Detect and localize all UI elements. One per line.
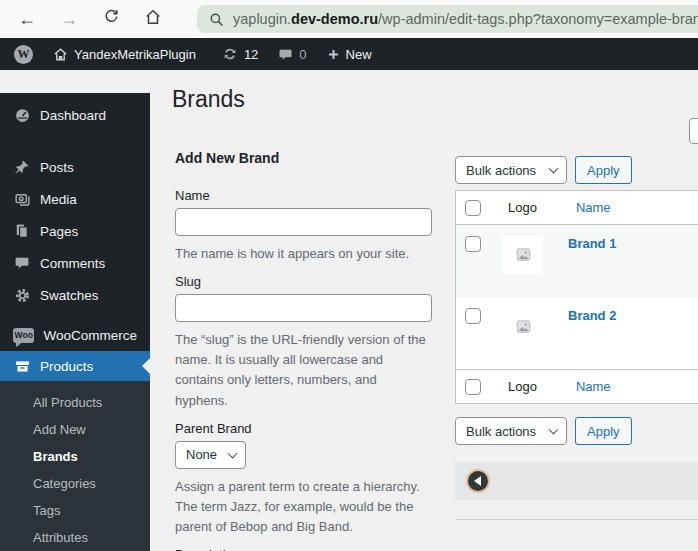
comments-menu[interactable]: 0: [268, 38, 316, 70]
site-name-menu[interactable]: YandexMetrikaPlugin: [43, 38, 206, 70]
name-field: Name The name is how it appears on your …: [175, 188, 432, 264]
parent-brand-field: Parent Brand None Assign a parent term t…: [175, 421, 432, 537]
logo-cell: [503, 308, 543, 345]
submenu-item-categories[interactable]: Categories: [0, 470, 150, 497]
chevron-down-icon: [228, 448, 238, 458]
browser-refresh-button[interactable]: [96, 4, 126, 34]
updates-count: 12: [244, 47, 258, 62]
media-camera-icon: [13, 190, 31, 208]
bulk-actions-select-top[interactable]: Bulk actions: [455, 156, 567, 184]
image-placeholder-icon: [516, 319, 531, 334]
description-field: Description: [175, 547, 432, 551]
name-input[interactable]: [175, 208, 432, 236]
apply-button-bottom[interactable]: Apply: [575, 417, 632, 445]
brands-table: Logo Name Brand 1: [455, 190, 698, 404]
brand-name-link[interactable]: Brand 1: [568, 236, 616, 251]
form-title: Add New Brand: [175, 150, 432, 166]
bulk-actions-value: Bulk actions: [466, 424, 536, 439]
submenu-item-tags[interactable]: Tags: [0, 497, 150, 524]
table-row: Brand 2: [456, 297, 698, 369]
sidebar-item-swatches[interactable]: Swatches: [0, 279, 150, 311]
sidebar-item-dashboard[interactable]: Dashboard: [0, 99, 150, 131]
name-label: Name: [175, 188, 432, 203]
sidebar-item-products[interactable]: Products: [0, 351, 150, 381]
chevron-down-icon: [549, 425, 559, 435]
table-header-row: Logo Name: [456, 191, 698, 225]
pages-icon: [13, 222, 31, 240]
site-name-label: YandexMetrikaPlugin: [74, 47, 196, 62]
bulk-actions-row-top: Bulk actions Apply: [455, 156, 632, 184]
submenu-item-all-products[interactable]: All Products: [0, 389, 150, 416]
parent-brand-value: None: [186, 447, 217, 462]
sidebar-item-label: Swatches: [40, 288, 99, 303]
sidebar-item-media[interactable]: Media: [0, 183, 150, 215]
page-title: Brands: [172, 86, 245, 113]
prev-arrow-button[interactable]: [468, 471, 488, 491]
name-column-header[interactable]: Name: [576, 200, 611, 215]
wordpress-logo-icon: W: [14, 45, 33, 64]
parent-brand-select[interactable]: None: [175, 441, 246, 469]
table-footer-row: Logo Name: [456, 369, 698, 403]
sidebar-item-label: Products: [40, 359, 93, 374]
current-menu-arrow: [142, 358, 150, 374]
bulk-actions-select-bottom[interactable]: Bulk actions: [455, 417, 567, 445]
sidebar-item-posts[interactable]: Posts: [0, 151, 150, 183]
row-checkbox[interactable]: [465, 236, 481, 252]
horizontal-divider: [456, 519, 698, 520]
select-all-checkbox-top[interactable]: [465, 200, 481, 216]
slug-help: The “slug” is the URL-friendly version o…: [175, 330, 432, 411]
parent-brand-help: Assign a parent term to create a hierarc…: [175, 477, 432, 537]
submenu-item-add-new[interactable]: Add New: [0, 416, 150, 443]
logo-cell: [503, 236, 543, 273]
comment-bubble-icon: [278, 47, 293, 62]
url-text: yaplugin.dev-demo.ru/wp-admin/edit-tags.…: [233, 11, 698, 27]
wp-admin-bar: W YandexMetrikaPlugin 12: [0, 38, 698, 70]
search-icon: [209, 12, 224, 27]
sidebar-item-label: Comments: [40, 256, 105, 271]
browser-home-button[interactable]: [138, 4, 168, 34]
updates-icon: [222, 46, 238, 62]
name-help: The name is how it appears on your site.: [175, 244, 432, 264]
sidebar-item-label: Media: [40, 192, 77, 207]
gear-icon: [13, 286, 31, 304]
pushpin-icon: [13, 158, 31, 176]
wp-logo-menu[interactable]: W: [0, 38, 43, 70]
slug-field: Slug The “slug” is the URL-friendly vers…: [175, 274, 432, 411]
slug-label: Slug: [175, 274, 432, 289]
select-all-checkbox-bottom[interactable]: [465, 379, 481, 395]
search-brands-input-cut[interactable]: [689, 118, 698, 144]
sidebar-item-pages[interactable]: Pages: [0, 215, 150, 247]
sidebar-item-label: Pages: [40, 224, 78, 239]
brand-name-link[interactable]: Brand 2: [568, 308, 616, 323]
sidebar-item-label: Dashboard: [40, 108, 106, 123]
name-column-footer[interactable]: Name: [576, 379, 611, 394]
sidebar-item-label: Posts: [40, 160, 74, 175]
url-bar[interactable]: yaplugin.dev-demo.ru/wp-admin/edit-tags.…: [197, 5, 698, 33]
slug-input[interactable]: [175, 294, 432, 322]
browser-back-button[interactable]: ←: [12, 4, 42, 34]
logo-column-footer: Logo: [508, 379, 537, 394]
screen: ← → yaplugin.dev-demo.ru/: [0, 0, 698, 551]
parent-brand-label: Parent Brand: [175, 421, 432, 436]
description-label: Description: [175, 547, 432, 551]
refresh-icon: [103, 8, 120, 30]
home-icon: [144, 8, 162, 31]
bulk-actions-row-bottom: Bulk actions Apply: [455, 417, 632, 445]
widget-band: [455, 462, 698, 500]
plus-icon: [327, 48, 340, 61]
updates-menu[interactable]: 12: [212, 38, 268, 70]
logo-column-header: Logo: [508, 200, 537, 215]
row-checkbox[interactable]: [465, 308, 481, 324]
submenu-item-brands[interactable]: Brands: [0, 443, 150, 470]
submenu-item-attributes[interactable]: Attributes: [0, 524, 150, 551]
sidebar-item-comments[interactable]: Comments: [0, 247, 150, 279]
apply-button-top[interactable]: Apply: [575, 156, 632, 184]
new-content-menu[interactable]: New: [317, 38, 382, 70]
comments-icon: [13, 254, 31, 272]
admin-sidebar: Dashboard Posts Media: [0, 93, 150, 551]
products-submenu: All Products Add New Brands Categories T…: [0, 381, 150, 551]
browser-forward-button[interactable]: →: [54, 4, 84, 34]
browser-chrome: ← → yaplugin.dev-demo.ru/: [0, 0, 698, 38]
sidebar-item-woocommerce[interactable]: Woo WooCommerce: [0, 319, 150, 351]
house-icon: [53, 47, 68, 62]
